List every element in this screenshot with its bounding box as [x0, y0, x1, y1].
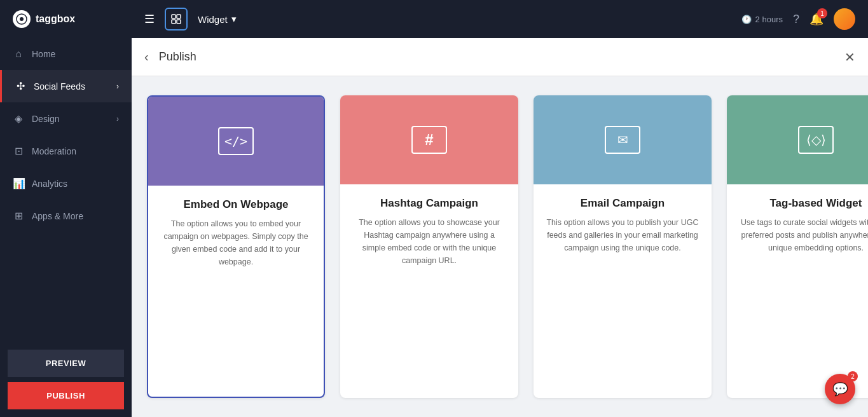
sidebar-item-social-feeds[interactable]: ✣ Social Feeds ›	[0, 70, 132, 102]
code-icon: </>	[224, 133, 247, 149]
embed-card-title: Embed On Webpage	[161, 198, 311, 211]
card-tag[interactable]: ⟨◇⟩ Tag-based Widget Use tags to curate …	[727, 95, 868, 398]
card-embed[interactable]: </> Embed On Webpage The option allows y…	[147, 95, 325, 398]
sidebar-item-label: Moderation	[32, 146, 76, 156]
close-button[interactable]: ✕	[844, 50, 855, 65]
analytics-icon: 📊	[13, 177, 24, 189]
card-header-hashtag: #	[340, 95, 518, 184]
sidebar-item-label: Home	[32, 49, 55, 59]
svg-rect-5	[177, 20, 181, 24]
hashtag-card-desc: The option allows you to showcase your H…	[353, 216, 506, 267]
logo-icon	[13, 10, 31, 28]
widget-label[interactable]: Widget ▾	[198, 13, 237, 25]
sidebar-item-moderation[interactable]: ⊡ Moderation	[0, 135, 132, 167]
notification-bell[interactable]: 🔔 1	[809, 12, 823, 26]
svg-rect-2	[172, 15, 176, 18]
back-button[interactable]: ‹	[144, 50, 149, 64]
card-hashtag[interactable]: # Hashtag Campaign The option allows you…	[340, 95, 518, 398]
svg-rect-4	[172, 20, 176, 24]
svg-point-1	[20, 17, 24, 21]
chevron-icon: ›	[116, 114, 119, 123]
sidebar-bottom: PREVIEW PUBLISH	[0, 342, 132, 417]
hamburger-icon[interactable]: ☰	[144, 12, 155, 26]
sidebar: taggbox ⌂ Home ✣ Social Feeds › ◈ Design…	[0, 0, 132, 417]
widget-icon	[165, 8, 188, 31]
main-content: ☰ Widget ▾ 🕐 2 hours ? 🔔 1	[132, 0, 868, 417]
publish-button[interactable]: PUBLISH	[8, 382, 124, 409]
publish-title: Publish	[159, 50, 196, 64]
sidebar-item-apps-more[interactable]: ⊞ Apps & More	[0, 200, 132, 232]
publish-panel: ‹ Publish ✕	[132, 38, 868, 76]
email-icon-box: ✉	[605, 126, 640, 154]
sidebar-item-label: Social Feeds	[34, 81, 85, 92]
moderation-icon: ⊡	[13, 145, 24, 157]
home-icon: ⌂	[13, 48, 24, 60]
sidebar-nav: ⌂ Home ✣ Social Feeds › ◈ Design › ⊡ Mod…	[0, 38, 132, 342]
email-icon: ✉	[617, 132, 628, 147]
embed-icon-box: </>	[218, 127, 254, 155]
topbar-right: 🕐 2 hours ? 🔔 1	[741, 8, 855, 30]
logo: taggbox	[0, 0, 132, 38]
chevron-icon: ›	[116, 82, 119, 91]
preview-button[interactable]: PREVIEW	[8, 350, 124, 377]
dropdown-icon: ▾	[231, 13, 237, 25]
email-card-title: Email Campaign	[546, 197, 699, 210]
tag-card-desc: Use tags to curate social widgets with y…	[740, 216, 868, 254]
clock-icon: 🕐	[741, 15, 752, 24]
chat-bubble[interactable]: 💬 2	[825, 374, 855, 404]
email-card-desc: This option allows you to publish your U…	[546, 216, 699, 254]
hashtag-icon: #	[425, 131, 433, 149]
card-header-tag: ⟨◇⟩	[727, 95, 868, 184]
help-icon[interactable]: ?	[793, 13, 799, 26]
card-header-email: ✉	[534, 95, 712, 184]
sidebar-item-home[interactable]: ⌂ Home	[0, 38, 132, 70]
tag-icon-box: ⟨◇⟩	[798, 126, 834, 154]
social-feeds-icon: ✣	[15, 80, 26, 92]
card-email[interactable]: ✉ Email Campaign This option allows you …	[534, 95, 712, 398]
card-body-hashtag: Hashtag Campaign The option allows you t…	[340, 184, 518, 280]
hashtag-icon-box: #	[411, 126, 447, 154]
sidebar-item-analytics[interactable]: 📊 Analytics	[0, 167, 132, 200]
hashtag-card-title: Hashtag Campaign	[353, 197, 506, 210]
topbar: ☰ Widget ▾ 🕐 2 hours ? 🔔 1	[132, 0, 868, 38]
logo-text: taggbox	[36, 13, 75, 25]
sidebar-item-label: Design	[32, 114, 60, 124]
card-body-tag: Tag-based Widget Use tags to curate soci…	[727, 184, 868, 267]
tag-card-title: Tag-based Widget	[740, 197, 868, 210]
cards-area: </> Embed On Webpage The option allows y…	[132, 76, 868, 417]
tag-icon: ⟨◇⟩	[806, 132, 826, 147]
svg-rect-3	[177, 15, 181, 18]
notification-badge: 1	[817, 8, 827, 18]
card-header-embed: </>	[148, 97, 324, 186]
sidebar-item-label: Apps & More	[32, 211, 83, 221]
card-body-email: Email Campaign This option allows you to…	[534, 184, 712, 267]
time-text: 2 hours	[755, 15, 783, 24]
time-display: 🕐 2 hours	[741, 15, 783, 24]
card-body-embed: Embed On Webpage The option allows you t…	[148, 186, 324, 281]
sidebar-item-label: Analytics	[32, 179, 67, 189]
chat-badge: 2	[848, 371, 858, 381]
apps-icon: ⊞	[13, 210, 24, 222]
embed-card-desc: The option allows you to embed your camp…	[161, 217, 311, 268]
sidebar-item-design[interactable]: ◈ Design ›	[0, 102, 132, 135]
design-icon: ◈	[13, 113, 24, 125]
widget-label-text: Widget	[198, 14, 228, 25]
user-avatar[interactable]	[834, 8, 855, 30]
